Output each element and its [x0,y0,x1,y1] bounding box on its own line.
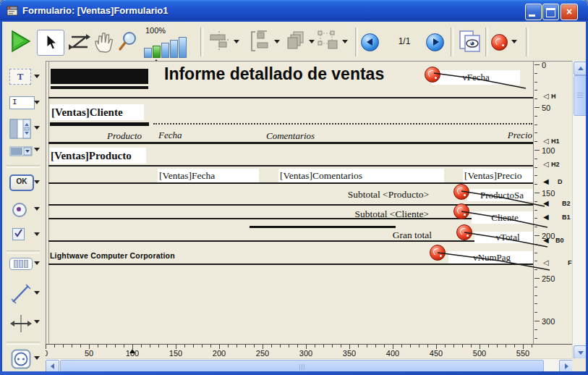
variable-cliente[interactable]: Cliente [472,211,538,224]
field-fecha[interactable]: [Ventas]Fecha [158,169,259,182]
zoom-bar-1[interactable] [144,48,152,58]
next-page-button[interactable] [426,33,444,51]
checkbox-tool-button[interactable] [12,228,27,243]
form-canvas[interactable] [46,61,534,345]
minimize-button[interactable] [525,4,542,20]
report-title[interactable]: Informe detallado de ventas [164,64,432,84]
h-ruler-tick [98,345,98,347]
dropdown-tool-button[interactable] [9,146,33,156]
dotted-line[interactable] [153,123,532,125]
line-tool-dropdown[interactable] [34,291,40,295]
text-tool-dropdown[interactable] [34,75,40,78]
h-ruler-number: 400 [386,349,399,358]
v-ruler-tick [534,303,537,304]
input-field-tool-button[interactable]: I [9,96,35,109]
oval-tool-dropdown[interactable] [34,356,40,360]
button-grid-tool-button[interactable] [9,258,33,270]
h-ruler-tick [106,345,107,347]
dropdown-tool-dropdown[interactable] [34,148,40,151]
column-label-comentarios[interactable]: Comentarios [266,130,315,142]
h-ruler-tick [410,345,411,347]
text-tool-button[interactable]: T [9,69,31,85]
logo-underline[interactable] [51,86,148,89]
label-subtotal-producto[interactable]: Subtotal <Producto> [333,189,429,201]
variable-productosa[interactable]: ProductoSa [467,189,537,201]
resize-handles-tool-button[interactable] [318,30,341,52]
form-method-button[interactable] [491,34,508,51]
method-dropdown-arrow[interactable] [511,40,517,43]
layers-dropdown-arrow[interactable] [309,40,315,43]
v-ruler-tick [534,132,537,133]
object-method-icon-cliente[interactable] [453,203,469,219]
align-tool-button[interactable] [209,30,232,52]
label-gran-total[interactable]: Gran total [365,229,432,241]
h-ruler-tick [332,345,333,347]
bar [24,260,28,268]
handles-dropdown-arrow[interactable] [342,40,348,43]
h-ruler-position-marker [129,349,135,353]
align-dropdown-arrow[interactable] [234,40,239,43]
object-method-icon-vtotal[interactable] [456,224,472,240]
preview-button[interactable] [458,30,482,54]
distribute-tool-button[interactable] [250,30,273,52]
zoom-bar-4[interactable] [170,40,178,58]
listbox-tool-button[interactable] [9,119,33,139]
h-ruler-tick [445,345,446,347]
checkbox-tool-dropdown[interactable] [34,232,40,236]
close-button[interactable]: × [561,4,578,20]
object-method-icon-vnumpag[interactable] [430,245,446,261]
section-line-B0 [48,240,533,242]
button-tool-button[interactable]: OK [9,174,34,191]
h-ruler-tick [63,345,64,347]
zoom-tool-button[interactable] [116,30,140,54]
variable-vfecha[interactable]: vFecha [432,70,520,85]
label-company[interactable]: Lightwave Computer Corporation [50,251,223,260]
maximize-button[interactable] [542,4,559,20]
field-precio[interactable]: [Ventas]Precio [463,169,534,182]
column-label-producto[interactable]: Producto [87,130,142,142]
variable-vnumpag[interactable]: vNumPag [448,251,535,264]
grand-total-rule[interactable] [250,226,396,228]
hand-tool-button[interactable] [92,30,115,54]
cliente-underline[interactable] [50,122,149,126]
down-arrow-icon [578,351,584,355]
zoom-bar-2-current[interactable] [153,46,161,58]
layers-tool-button[interactable] [284,30,307,52]
button-grid-dropdown[interactable] [34,261,40,265]
h-ruler-number: 150 [169,349,182,358]
vertical-scrollbar[interactable] [572,61,587,358]
radio-button-tool-button[interactable] [12,203,27,217]
h-ruler-tick [280,345,281,347]
column-label-fecha[interactable]: Fecha [158,130,182,141]
splitter-tool-button[interactable] [9,314,33,333]
pointer-tool-button[interactable] [37,30,64,56]
h-ruler-tick [375,345,376,347]
splitter-tool-dropdown[interactable] [34,320,40,324]
logo-rectangle[interactable] [51,69,148,84]
zoom-bar-3[interactable] [161,43,169,58]
zoom-bar-5[interactable] [179,37,187,58]
previous-page-button[interactable] [361,33,379,51]
distribute-dropdown-arrow[interactable] [274,40,280,43]
label-subtotal-cliente[interactable]: Subtotal <Cliente> [333,208,429,220]
field-comentarios[interactable]: [Ventas]Comentarios [278,169,444,182]
v-ruler-tick [534,287,537,287]
h-ruler-number: 550 [516,349,529,358]
column-label-precio[interactable]: Precio [477,130,532,141]
oval-tool-button[interactable] [11,349,31,369]
field-producto[interactable]: [Ventas]Producto [49,148,146,164]
radio-tool-dropdown[interactable] [34,207,40,211]
horizontal-scrollbar[interactable] [46,358,572,372]
execute-form-button[interactable] [8,29,33,54]
field-cliente[interactable]: [Ventas]Cliente [50,104,144,120]
form-left-edge [48,62,49,344]
input-tool-dropdown[interactable] [34,101,40,104]
object-method-icon-productosa[interactable] [453,184,469,200]
line-tool-button[interactable] [11,284,31,304]
listbox-tool-dropdown[interactable] [34,126,40,130]
variable-vtotal[interactable]: vTotal [474,232,541,243]
button-tool-dropdown[interactable] [34,180,40,184]
check-mark [14,229,23,238]
object-method-icon-vfecha[interactable] [425,67,440,83]
entry-order-tool-button[interactable] [67,30,90,54]
